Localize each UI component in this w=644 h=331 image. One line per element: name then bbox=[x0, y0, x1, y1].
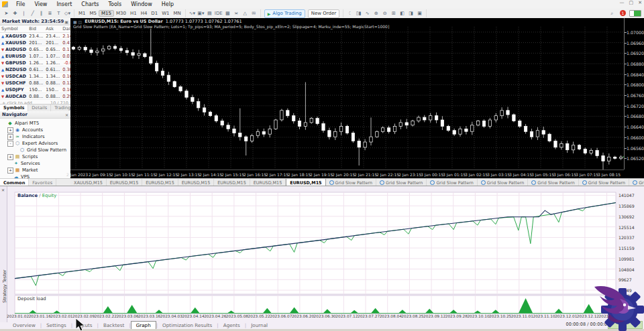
tester-tab-optimization-results[interactable]: Optimization Results bbox=[158, 322, 217, 329]
new-order-button[interactable]: New Order bbox=[308, 9, 339, 18]
timeframe-h1[interactable]: H1 bbox=[128, 11, 139, 16]
minimize-button[interactable]: — bbox=[620, 0, 625, 5]
search-icon[interactable]: ⌕ bbox=[608, 9, 616, 17]
price-chart[interactable]: ▦ ◫ EURUSD,M15: Euro vs US Dollar 1.0777… bbox=[70, 18, 644, 178]
nav-item-services[interactable]: ✦Services bbox=[0, 160, 70, 167]
balance-axis-label: 104804 bbox=[619, 267, 635, 272]
mw-row-usdjpy[interactable]: ▲USDJPY150...150...0.16% bbox=[0, 86, 78, 93]
alerts-icon[interactable]: △ bbox=[241, 10, 249, 17]
step-forward-icon[interactable]: ◨ bbox=[407, 10, 415, 17]
mw-col-ask[interactable]: Ask bbox=[44, 25, 61, 33]
mw-row-audusd[interactable]: ▼AUDUSD0.65...0.65...0.11% bbox=[0, 46, 78, 53]
fibonacci-icon[interactable]: ≣ bbox=[46, 10, 54, 17]
mw-row-usdcad[interactable]: ▼USDCAD1.34...1.34...0.16% bbox=[0, 73, 78, 80]
timeframe-h4[interactable]: H4 bbox=[139, 11, 150, 16]
zoom-in-icon[interactable]: ⊕ bbox=[372, 10, 380, 17]
timeframe-m15[interactable]: M15 bbox=[99, 10, 114, 17]
timeframe-d1[interactable]: D1 bbox=[149, 11, 160, 16]
text-icon[interactable]: T bbox=[55, 10, 62, 17]
mw-tab-symbols[interactable]: Symbols bbox=[0, 105, 28, 111]
mw-row-eurusd[interactable]: ▲EURUSD1.07...1.07...0.03% bbox=[0, 53, 78, 60]
maximize-button[interactable]: ▢ bbox=[629, 0, 634, 5]
nav-item-market[interactable]: +▦Market bbox=[0, 167, 70, 174]
timeframe-m5[interactable]: M5 bbox=[88, 11, 99, 16]
timeframe-mn[interactable]: MN bbox=[172, 11, 183, 16]
lock-icon[interactable]: ▩ bbox=[224, 10, 231, 17]
nav-item-grid-slow-pattern[interactable]: ⬡Grid Slow Pattern bbox=[0, 147, 70, 153]
mw-row-xauusd[interactable]: ▲XAUUSD201...201...0.47% bbox=[0, 40, 78, 46]
trendline-icon[interactable]: ╱ bbox=[29, 10, 36, 17]
tester-tab-graph[interactable]: Graph bbox=[131, 321, 156, 330]
menu-item-insert[interactable]: Insert bbox=[52, 1, 76, 7]
mw-col-bid[interactable]: Bid bbox=[28, 25, 44, 33]
ea-tab-icon bbox=[430, 180, 435, 185]
notification-badge[interactable]: 1 bbox=[620, 10, 626, 16]
mail-icon[interactable]: ✉ bbox=[250, 10, 258, 17]
timeframe-m30[interactable]: M30 bbox=[114, 11, 128, 16]
close-button[interactable]: ✕ bbox=[638, 0, 642, 5]
screenshot-icon[interactable]: ▣ bbox=[416, 10, 423, 17]
menu-item-window[interactable]: Window bbox=[126, 1, 157, 7]
bars-icon[interactable]: 𝄅⁚ bbox=[346, 10, 354, 17]
mw-row-usdchf[interactable]: ▼USDCHF0.88...0.88...0.12% bbox=[0, 80, 78, 86]
vertical-line-icon[interactable]: ❘ bbox=[20, 10, 28, 17]
nav-item-indicators[interactable]: +≈Indicators bbox=[0, 133, 70, 140]
nav-item-alpari-mt5[interactable]: ◆Alpari MT5 bbox=[0, 120, 70, 127]
tester-date-label: 2023.11.10 bbox=[533, 314, 555, 318]
timeframe-w1[interactable]: W1 bbox=[160, 11, 171, 16]
mw-col-symbol[interactable]: Symbol bbox=[0, 25, 28, 33]
balance-axis-label: 125514 bbox=[619, 225, 635, 230]
shapes-icon[interactable]: ◇▾ bbox=[64, 10, 71, 17]
cursor-icon[interactable]: ➤ bbox=[3, 10, 10, 17]
menu-item-file[interactable]: File bbox=[11, 1, 30, 7]
mw-row-xagusd[interactable]: ▲XAGUSD23.4...23.4...2.14% bbox=[0, 33, 78, 40]
objects-icon[interactable]: ▣▾ bbox=[197, 10, 205, 17]
price-label: 1.06560 bbox=[627, 146, 644, 151]
expand-icon[interactable]: + bbox=[7, 168, 13, 174]
tester-tab-settings[interactable]: Settings bbox=[42, 322, 70, 329]
tile-windows-icon[interactable]: ⊞ bbox=[390, 10, 397, 17]
expand-icon[interactable]: + bbox=[7, 134, 13, 140]
panel-menu-icon[interactable]: ▣ bbox=[64, 19, 68, 24]
mw-row-audcad[interactable]: ▼AUDCAD0.88...0.88...0.29% bbox=[0, 93, 78, 100]
nav-item-expert-advisors[interactable]: -⬡Expert Advisors bbox=[0, 140, 70, 147]
tester-side-tab[interactable]: ✕ Strategy Tester bbox=[0, 186, 7, 322]
depth-icon[interactable]: ≍ bbox=[233, 10, 240, 17]
ide-button[interactable]: IDE bbox=[215, 10, 223, 17]
line-chart-icon[interactable]: ∿ bbox=[364, 10, 371, 17]
navigator-close-icon[interactable]: ✕ bbox=[65, 113, 68, 117]
price-label: 1.06960 bbox=[627, 41, 644, 46]
nav-item-accounts[interactable]: +◉Accounts bbox=[0, 127, 70, 133]
menu-item-tools[interactable]: Tools bbox=[103, 1, 126, 7]
crosshair-icon[interactable]: ✚ bbox=[11, 10, 19, 17]
expand-icon[interactable]: + bbox=[7, 127, 13, 133]
tester-close-icon[interactable]: ✕ bbox=[1, 188, 5, 192]
expand-icon[interactable]: + bbox=[7, 154, 13, 160]
tester-date-label: 2023.08.25 bbox=[401, 314, 423, 318]
candles-icon[interactable]: ▯▮ bbox=[355, 10, 362, 17]
tester-tab-overview[interactable]: Overview bbox=[8, 322, 40, 329]
tester-tab-agents[interactable]: Agents bbox=[219, 322, 245, 329]
mw-tab-details[interactable]: Details bbox=[28, 105, 51, 111]
time-label: 2 Jan 20:15 bbox=[332, 172, 355, 177]
menu-item-help[interactable]: Help bbox=[157, 1, 178, 7]
nav-item-scripts[interactable]: +▤Scripts bbox=[0, 153, 70, 160]
mw-row-gbpusd[interactable]: ▼GBPUSD1.26...1.26...-0.0... bbox=[0, 60, 78, 66]
timeframe-m1[interactable]: M1 bbox=[76, 11, 88, 16]
menu-item-view[interactable]: View bbox=[30, 1, 52, 7]
tester-tab-backtest[interactable]: Backtest bbox=[99, 322, 129, 329]
time-scale[interactable]: 2 Jan 20232 Jan 09:152 Jan 10:152 Jan 11… bbox=[70, 170, 624, 179]
template-icon[interactable]: ▤ bbox=[206, 10, 213, 17]
step-back-icon[interactable]: ◧ bbox=[398, 10, 406, 17]
price-scale[interactable]: 1.070001.069601.069201.068801.068401.068… bbox=[624, 18, 644, 170]
algo-trading-button[interactable]: ▶Algo Trading bbox=[264, 9, 305, 18]
menu-item-charts[interactable]: Charts bbox=[76, 1, 103, 7]
tester-tab-journal[interactable]: Journal bbox=[246, 322, 272, 329]
tester-date-label: 2023.04.14 bbox=[182, 314, 204, 318]
tester-date-label: 2023.10.10 bbox=[467, 314, 489, 318]
channel-icon[interactable]: ∥ bbox=[38, 10, 45, 17]
collapse-icon[interactable]: - bbox=[7, 141, 13, 147]
indicators-icon[interactable]: ∿▾ bbox=[189, 10, 196, 17]
zoom-out-icon[interactable]: ⊖ bbox=[381, 10, 388, 17]
mw-row-nzdusd[interactable]: ▲NZDUSD0.61...0.61...0.30% bbox=[0, 66, 78, 73]
